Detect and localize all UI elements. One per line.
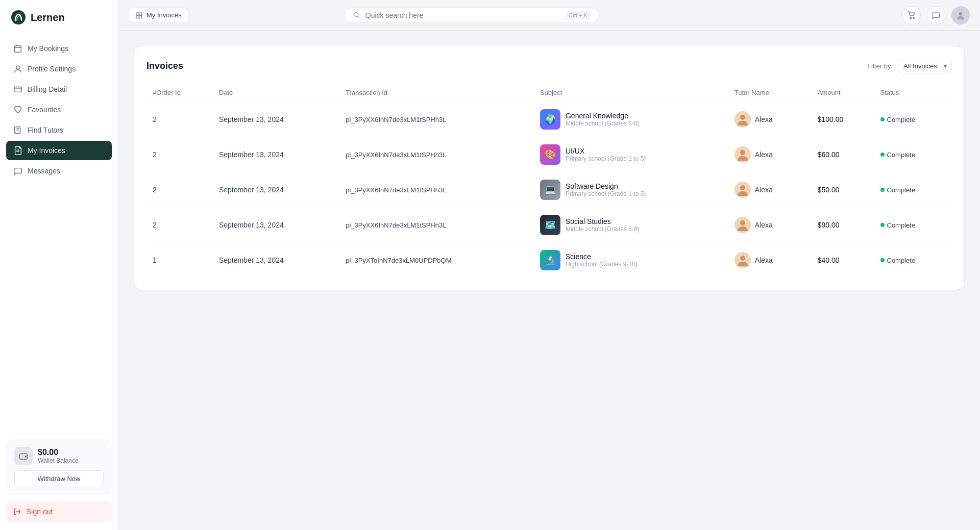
table-row: 2 September 13, 2024 pi_3PyXX6InN7de3xLM… [146,208,952,243]
tutor-avatar [734,111,751,128]
svg-point-34 [740,256,745,261]
cell-tutor: Alexa [728,243,812,278]
user-avatar[interactable] [951,6,970,24]
status-dot [880,153,885,157]
filter-select[interactable]: All InvoicesCompletePendingFailed [897,59,952,73]
svg-point-0 [11,10,26,24]
cell-transaction-id: pi_3PyXToInN7de3xLM0UPDPbQM [339,243,534,278]
sidebar-item-billing[interactable]: Billing Detail [6,80,112,99]
sidebar-item-profile-label: Profile Settings [28,65,76,73]
cell-subject: 🎨 UI/UX Primary school (Grade 1 to 5) [534,137,728,172]
search-bar[interactable]: Ctrl + K [344,8,599,23]
topbar-actions [902,6,970,24]
svg-point-28 [740,150,745,155]
wallet-info: $0.00 Wallet Balance [14,447,104,465]
invoices-card: Invoices Filter by: All InvoicesComplete… [134,46,965,290]
subject-level: Middle school (Grades 6-8) [566,225,640,233]
cell-status: Complete [874,208,952,243]
filter-select-wrap[interactable]: All InvoicesCompletePendingFailed [897,59,952,73]
cart-icon [908,11,916,19]
search-shortcut: Ctrl + K [566,11,591,19]
sidebar-item-messages[interactable]: Messages [6,161,112,181]
svg-point-19 [354,13,358,17]
heart-icon [13,105,22,114]
col-order-id: #Order Id [146,84,213,102]
tutor-face-icon [734,217,751,233]
cell-amount: $50.00 [812,172,874,208]
cell-order-id: 1 [146,243,213,278]
sidebar-item-my-invoices-label: My Invoices [28,146,65,155]
sidebar-item-bookings-label: My Bookings [28,44,68,53]
subject-info: UI/UX Primary school (Grade 1 to 5) [566,147,646,162]
topbar: My Invoices Ctrl + K [118,0,980,31]
cell-tutor: Alexa [728,208,812,243]
sidebar-item-my-invoices[interactable]: My Invoices [6,141,112,160]
sidebar-item-bookings[interactable]: My Bookings [6,39,112,58]
svg-line-20 [358,16,359,18]
signout-button[interactable]: Sign out [6,501,112,522]
tutor-name: Alexa [755,186,773,194]
subject-name: Science [566,253,638,261]
cell-subject: 🌍 General Knowledge Middle school (Grade… [534,102,728,137]
tutor-avatar [734,182,751,198]
sidebar-item-find-tutors-label: Find Tutors [28,126,63,134]
invoices-title: Invoices [146,61,183,71]
chat-icon [932,11,940,19]
search-input[interactable] [365,11,560,19]
svg-point-30 [740,185,745,190]
subject-level: Primary school (Grade 1 to 5) [566,155,646,162]
svg-rect-1 [15,46,21,53]
cell-date: September 13, 2024 [213,102,339,137]
sidebar-item-messages-label: Messages [28,167,60,175]
subject-level: Middle school (Grades 6-8) [566,120,640,127]
subject-thumb: 🌍 [540,109,560,130]
cell-transaction-id: pi_3PyXX6InN7de3xLM1tSPHh3L [339,208,534,243]
table-header-row: #Order Id Date Transaction Id Subject Tu… [146,84,952,102]
cell-tutor: Alexa [728,137,812,172]
sidebar-item-favourites-label: Favourites [28,106,61,114]
col-transaction-id: Transaction Id [339,84,534,102]
tutor-avatar [734,217,751,233]
cell-status: Complete [874,172,952,208]
subject-thumb: 🎨 [540,144,560,165]
svg-point-13 [26,456,27,457]
subject-info: General Knowledge Middle school (Grades … [566,112,640,127]
cell-date: September 13, 2024 [213,137,339,172]
cell-order-id: 2 [146,137,213,172]
svg-point-32 [740,220,745,225]
status-text: Complete [887,186,916,194]
chat-button[interactable] [927,6,945,24]
sidebar-item-profile[interactable]: Profile Settings [6,59,112,79]
filter-label: Filter by: [867,62,893,70]
cell-subject: 🗺️ Social Studies Middle school (Grades … [534,208,728,243]
svg-point-5 [16,66,19,69]
withdraw-button[interactable]: Withdraw Now [14,470,104,487]
cart-button[interactable] [902,6,921,24]
subject-info: Science High school (Grades 9-10) [566,253,638,268]
svg-point-22 [913,17,914,18]
cell-order-id: 2 [146,208,213,243]
cell-status: Complete [874,243,952,278]
cell-tutor: Alexa [728,172,812,208]
book-icon [13,125,22,135]
sidebar-item-billing-label: Billing Detail [28,85,67,93]
table-row: 2 September 13, 2024 pi_3PyXX6InN7de3xLM… [146,102,952,137]
invoice-table: #Order Id Date Transaction Id Subject Tu… [146,84,952,277]
cell-order-id: 2 [146,172,213,208]
cell-date: September 13, 2024 [213,172,339,208]
invoice-table-body: 2 September 13, 2024 pi_3PyXX6InN7de3xLM… [146,102,952,278]
wallet-label: Wallet Balance [38,457,79,464]
sidebar-item-find-tutors[interactable]: Find Tutors [6,120,112,140]
invoices-header: Invoices Filter by: All InvoicesComplete… [146,59,952,73]
breadcrumb: My Invoices [129,8,188,22]
table-head: #Order Id Date Transaction Id Subject Tu… [146,84,952,102]
status-text: Complete [887,221,916,229]
sidebar: Lernen My Bookings Profile Settings [0,0,118,530]
cell-date: September 13, 2024 [213,243,339,278]
status-dot [880,188,885,192]
sidebar-nav: My Bookings Profile Settings Billing Det… [0,35,118,431]
sidebar-item-favourites[interactable]: Favourites [6,100,112,119]
status-dot [880,258,885,262]
content-area: Invoices Filter by: All InvoicesComplete… [118,31,980,530]
subject-thumb: 🗺️ [540,215,560,235]
